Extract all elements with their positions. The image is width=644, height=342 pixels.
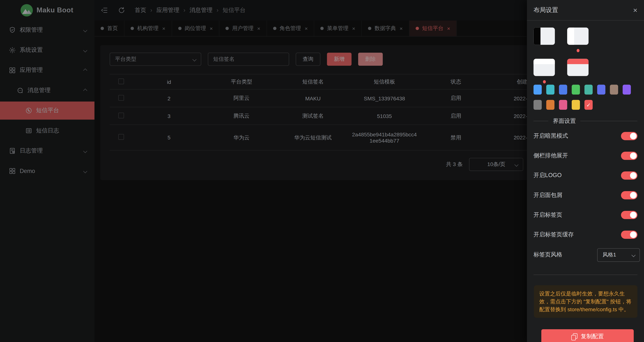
setting-label: 侧栏排他展开 xyxy=(534,152,568,159)
copy-icon xyxy=(571,333,578,340)
layout-thumbnail-light-sidebar[interactable] xyxy=(567,28,588,45)
copy-config-label: 复制配置 xyxy=(581,333,604,340)
chevron-down-icon xyxy=(632,253,636,257)
interface-switches: 开启暗黑模式侧栏排他展开开启LOGO开启面包屑开启标签页开启标签页缓存 xyxy=(534,126,637,245)
layout-option-primary-header xyxy=(567,59,588,76)
toggle-开启LOGO[interactable] xyxy=(621,171,638,180)
drawer-header: 布局设置 × xyxy=(527,0,644,21)
setting-row: 开启标签页 xyxy=(534,205,637,225)
theme-color-swatch[interactable] xyxy=(559,85,567,95)
theme-color-group: ✓ xyxy=(534,85,636,110)
tab-style-label: 标签页风格 xyxy=(534,251,562,258)
layout-option-group xyxy=(534,28,588,76)
setting-row: 开启暗黑模式 xyxy=(534,126,637,146)
layout-settings-drawer: 布局设置 × ✓ 界面设置 开启暗黑模式侧栏排他展开开启LOGO开启面包屑开启标… xyxy=(527,0,644,342)
theme-color-swatch[interactable] xyxy=(546,85,554,95)
theme-color-swatch[interactable] xyxy=(534,85,542,95)
theme-color-swatch[interactable] xyxy=(623,85,631,95)
theme-color-swatch[interactable] xyxy=(572,85,580,95)
toggle-侧栏排他展开[interactable] xyxy=(621,152,638,160)
setting-label: 开启面包屑 xyxy=(534,192,562,199)
layout-option-light-sidebar xyxy=(567,28,588,45)
setting-label: 开启标签页 xyxy=(534,211,562,219)
theme-color-swatch[interactable] xyxy=(597,85,606,95)
setting-row: 侧栏排他展开 xyxy=(534,146,637,166)
close-icon[interactable]: × xyxy=(633,6,638,14)
tab-style-row: 标签页风格 风格1 xyxy=(534,245,640,265)
theme-color-swatch[interactable] xyxy=(610,85,618,95)
selected-dot xyxy=(576,49,579,52)
divider xyxy=(534,275,637,275)
theme-color-swatch[interactable] xyxy=(572,100,580,110)
layout-thumbnail-light-header[interactable] xyxy=(534,59,555,76)
section-title: 界面设置 xyxy=(548,118,580,124)
tab-style-select[interactable]: 风格1 xyxy=(597,248,640,261)
layout-thumbnail-primary-header[interactable] xyxy=(567,59,588,76)
tab-style-value: 风格1 xyxy=(602,251,616,258)
drawer-title: 布局设置 xyxy=(534,6,558,14)
toggle-开启暗黑模式[interactable] xyxy=(621,132,638,140)
theme-color-swatch[interactable] xyxy=(546,100,554,110)
toggle-开启标签页缓存[interactable] xyxy=(621,231,638,239)
theme-color-swatch[interactable] xyxy=(584,85,593,95)
layout-option-light-header xyxy=(534,59,555,76)
toggle-开启面包屑[interactable] xyxy=(621,191,638,199)
setting-row: 开启面包屑 xyxy=(534,185,637,205)
setting-label: 开启LOGO xyxy=(534,172,562,179)
theme-color-swatch[interactable] xyxy=(534,100,542,110)
app-root: Maku Boot 权限管理系统设置应用管理消息管理短信平台短信日志日志管理De… xyxy=(0,0,644,342)
theme-color-swatch[interactable] xyxy=(559,100,567,110)
copy-config-button[interactable]: 复制配置 xyxy=(541,329,634,342)
setting-label: 开启暗黑模式 xyxy=(534,132,568,140)
toggle-开启标签页[interactable] xyxy=(621,211,638,219)
theme-color-swatch-selected[interactable]: ✓ xyxy=(584,100,593,110)
layout-thumbnail-dark-sidebar[interactable] xyxy=(534,28,555,45)
setting-row: 开启标签页缓存 xyxy=(534,225,637,245)
layout-option-dark-sidebar xyxy=(534,28,555,45)
section-divider: 界面设置 xyxy=(534,118,637,124)
setting-row: 开启LOGO xyxy=(534,166,637,185)
config-note: 设置之后仅是临时生效，要想永久生效，需点击下方的 "复制配置" 按钮，将配置替换… xyxy=(534,285,638,318)
setting-label: 开启标签页缓存 xyxy=(534,231,574,238)
selected-dot xyxy=(543,80,546,84)
